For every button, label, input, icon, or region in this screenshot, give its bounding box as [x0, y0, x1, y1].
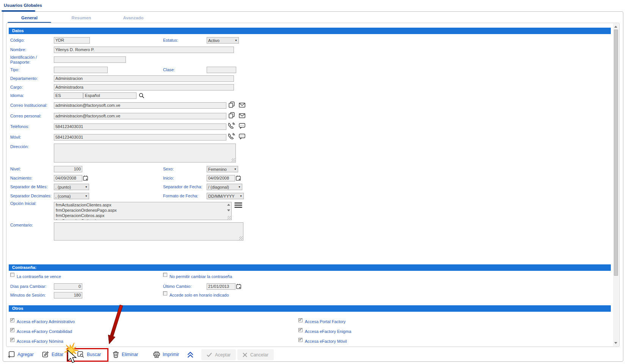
phone-call-icon[interactable]	[228, 122, 235, 129]
chevron-down-icon: ▼	[240, 195, 242, 197]
opcion-inicial-listbox[interactable]: frmActualizacionClientes.aspx frmOperaci…	[54, 202, 232, 220]
resize-grip-icon[interactable]	[227, 216, 231, 219]
scroll-up-icon[interactable]	[227, 204, 230, 206]
clase-input[interactable]	[207, 67, 236, 73]
departamento-input[interactable]: Administracion	[54, 75, 234, 82]
contrasena-vence-label: La contraseña se vence	[17, 274, 61, 279]
cargo-input[interactable]: Administradora	[54, 84, 234, 91]
printer-icon	[153, 352, 160, 358]
aceptar-button[interactable]: Aceptar	[201, 349, 236, 360]
sep-miles-select[interactable]: . (punto) ▼	[54, 184, 89, 190]
calendar-icon[interactable]	[83, 175, 88, 181]
copy-icon[interactable]	[229, 112, 235, 119]
list-item[interactable]: frmOperacionCotizaciones.aspx	[54, 218, 231, 220]
codigo-input[interactable]: YDR	[54, 37, 90, 44]
cargo-label: Cargo:	[10, 85, 23, 90]
no-cambiar-checkbox[interactable]	[163, 273, 167, 277]
telefonos-input[interactable]: 584123403031	[54, 123, 226, 130]
movil-label: Móvil:	[10, 135, 21, 140]
accesa-nomina-checkbox[interactable]	[10, 338, 14, 342]
calendar-icon[interactable]	[236, 175, 241, 181]
minutos-sesion-input[interactable]: 180	[54, 292, 82, 298]
estatus-value: Activo	[208, 38, 220, 43]
tab-general[interactable]: General	[3, 13, 55, 23]
calendar-icon[interactable]	[236, 284, 241, 289]
add-icon	[8, 351, 15, 358]
tab-avanzado[interactable]: Avanzado	[107, 13, 159, 23]
copy-icon[interactable]	[229, 102, 235, 108]
tab-resumen[interactable]: Resumen	[55, 13, 107, 23]
dias-cambiar-input[interactable]: 0	[54, 283, 82, 290]
resize-grip-icon[interactable]	[239, 236, 243, 240]
accesa-portal-label: Accesa Portal Factory	[305, 319, 346, 324]
sms-icon[interactable]	[239, 123, 245, 129]
menu-icon[interactable]	[234, 202, 242, 208]
accesa-nomina-label: Accesa eFactory Nómina	[17, 339, 63, 344]
list-item[interactable]: frmActualizacionClientes.aspx	[54, 202, 231, 208]
cancelar-button[interactable]: Cancelar	[237, 349, 274, 360]
clase-label: Clase:	[163, 67, 175, 72]
tipo-label: Tipo:	[10, 67, 19, 72]
movil-input[interactable]: 584123403031	[54, 134, 226, 141]
direccion-textarea[interactable]	[54, 144, 236, 162]
scroll-up-icon[interactable]	[614, 26, 617, 28]
ultimo-cambio-input[interactable]: 21/01/2013	[207, 283, 235, 290]
inicio-label: Inicio:	[163, 176, 174, 181]
sep-fecha-select[interactable]: / (diagonal) ▼	[207, 184, 242, 190]
estatus-select[interactable]: Activo ▼	[207, 37, 239, 44]
formato-fecha-value: DD/MM/YYYY	[208, 194, 235, 198]
contrasena-vence-checkbox[interactable]	[10, 273, 14, 277]
collapse-toolbar-button[interactable]	[187, 348, 193, 361]
imprimir-button[interactable]: Imprimir	[153, 348, 179, 361]
idioma-code-input[interactable]: ES	[54, 92, 83, 99]
accesa-administrativo-checkbox[interactable]	[10, 318, 14, 322]
estatus-label: Estatus:	[163, 38, 178, 43]
telefonos-label: Teléfonos:	[10, 124, 29, 129]
accesa-contabilidad-checkbox[interactable]	[10, 328, 14, 332]
scrollbar-thumb[interactable]	[614, 30, 618, 276]
list-item[interactable]: frmOperacionCobros.aspx	[54, 213, 231, 218]
formato-fecha-select[interactable]: DD/MM/YYYY ▼	[207, 193, 244, 199]
mail-icon[interactable]	[239, 113, 245, 118]
window-title[interactable]: Usuarios Globales	[4, 3, 42, 8]
accesa-portal-checkbox[interactable]	[298, 318, 303, 322]
identificacion-input[interactable]	[54, 56, 126, 63]
sms-icon[interactable]	[239, 134, 245, 139]
nivel-input[interactable]: 100	[54, 166, 82, 172]
inicio-input[interactable]: 04/09/2008	[207, 175, 235, 181]
idioma-name-input[interactable]: Español	[83, 92, 136, 99]
form-panel: Datos Código: YDR Estatus: Activo ▼ Nomb…	[6, 23, 620, 347]
sep-fecha-label: Separador de Fecha:	[163, 184, 202, 189]
sep-miles-label: Separador de Miles:	[10, 184, 47, 189]
editar-button[interactable]: Editar	[42, 348, 63, 361]
tab-strip: General Resumen Avanzado	[3, 13, 159, 23]
correo-institucional-input[interactable]: administracion@factorysoft.com.ve	[54, 102, 226, 109]
nombre-input[interactable]: Yilenys D. Romero P.	[54, 47, 234, 53]
mail-icon[interactable]	[239, 103, 245, 108]
horario-checkbox[interactable]	[163, 291, 167, 295]
list-item[interactable]: frmOperacionOrdenesPago.aspx	[54, 208, 231, 213]
horario-label: Accede solo en horario indicado	[169, 293, 229, 298]
window-tab-underline	[2, 10, 35, 12]
close-icon	[243, 353, 247, 357]
accesa-movil-checkbox[interactable]	[298, 338, 303, 342]
accesa-enigma-checkbox[interactable]	[298, 328, 303, 332]
vertical-scrollbar[interactable]	[613, 23, 619, 346]
comentario-textarea[interactable]	[54, 222, 243, 241]
resize-grip-icon[interactable]	[232, 158, 235, 162]
chevron-down-icon: ▼	[238, 186, 241, 188]
search-icon[interactable]	[139, 93, 144, 98]
correo-personal-input[interactable]: administracion@factorysoft.com.ve	[54, 113, 226, 119]
agregar-label: Agregar	[17, 352, 34, 357]
phone-call-icon[interactable]	[228, 133, 235, 140]
scroll-down-icon[interactable]	[227, 209, 230, 211]
eliminar-button[interactable]: Eliminar	[113, 348, 138, 361]
accesa-enigma-label: Accesa eFactory Enigma	[305, 329, 351, 334]
agregar-button[interactable]: Agregar	[8, 348, 34, 361]
nacimiento-input[interactable]: 04/09/2008	[54, 175, 82, 181]
sep-decimales-select[interactable]: , (coma) ▼	[54, 193, 89, 199]
scroll-down-icon[interactable]	[614, 342, 617, 344]
sexo-select[interactable]: Femenino ▼	[207, 166, 238, 172]
tipo-input[interactable]	[54, 67, 108, 73]
minutos-sesion-label: Minutos de Sesión:	[10, 293, 46, 298]
